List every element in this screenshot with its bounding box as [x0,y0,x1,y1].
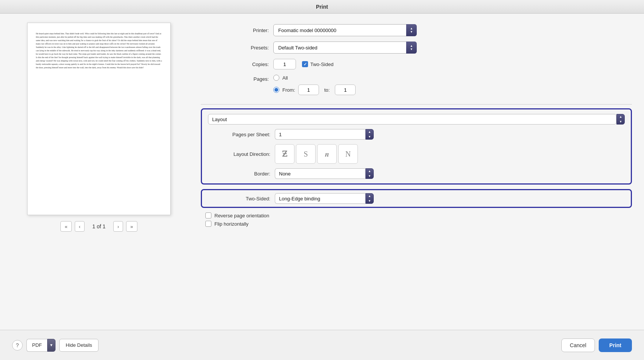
pages-row: Pages: All From: to: [201,75,632,95]
to-label: to: [324,87,330,93]
section-arrow-up[interactable] [617,114,624,119]
reverse-orientation-row: Reverse page orientation [201,212,632,218]
preview-nav: « ‹ 1 of 1 › » [60,221,137,232]
pdf-button[interactable]: PDF [26,339,47,352]
flip-horizontally-label: Flip horizontally [214,221,248,227]
copies-input[interactable] [273,59,296,69]
layout-section: Layout Pages per Sheet: [201,108,632,185]
copies-row: Copies: Two-Sided [201,59,632,69]
preview-text: He heard quiet steps behind him. That di… [36,32,162,69]
pps-arrow-down[interactable] [366,134,373,139]
pages-per-sheet-select[interactable]: 1 [275,129,365,140]
presets-dropdown[interactable]: Default Two-sided ▲ ▼ [273,42,417,54]
all-pages-radio[interactable] [273,75,279,81]
two-sided-select[interactable]: Long-Edge binding [275,193,365,204]
pdf-arrow-button[interactable]: ▼ [47,339,55,352]
preview-area: He heard quiet steps behind him. That di… [12,23,186,322]
presets-select[interactable]: Default Two-sided [273,42,417,54]
settings-area: Printer: Foomatic model 00000000 ▲ ▼ Pre… [201,23,632,322]
section-dropdown-arrows [616,114,625,125]
two-sided-dropdown[interactable]: Long-Edge binding [275,193,374,204]
printer-label: Printer: [201,28,269,33]
border-select[interactable]: None [275,168,365,179]
two-sided-arrow-down[interactable] [366,198,373,203]
pages-per-sheet-dropdown[interactable]: 1 [275,129,374,140]
hide-details-button[interactable]: Hide Details [59,339,99,352]
pages-options: All From: to: [273,75,356,95]
presets-row: Presets: Default Two-sided ▲ ▼ [201,42,632,54]
border-dropdown[interactable]: None [275,168,374,179]
two-sided-section: Two-Sided: Long-Edge binding [201,189,632,208]
printer-row: Printer: Foomatic model 00000000 ▲ ▼ [201,24,632,36]
layout-direction-row: Layout Direction: Ƶ S 𝒏 N [208,144,625,164]
from-pages-radio[interactable] [273,87,279,93]
footer-left: ? PDF ▼ Hide Details [12,339,99,352]
reverse-orientation-label: Reverse page orientation [214,213,269,218]
preview-page: He heard quiet steps behind him. That di… [27,23,171,215]
border-arrow-down[interactable] [366,174,373,178]
to-input[interactable] [335,85,356,95]
pps-arrow-up[interactable] [366,129,373,134]
reverse-orientation-checkbox[interactable] [205,212,211,218]
two-sided-checkbox[interactable] [302,61,308,67]
direction-z-right-down[interactable]: Ƶ [275,144,294,164]
print-button[interactable]: Print [599,338,632,352]
direction-n-right[interactable]: 𝒏 [317,144,337,164]
footer-right: Cancel Print [561,338,632,352]
dialog-body: He heard quiet steps behind him. That di… [0,14,644,360]
pages-per-sheet-row: Pages per Sheet: 1 [208,129,625,140]
printer-dropdown[interactable]: Foomatic model 00000000 ▲ ▼ [273,24,417,36]
pages-label: Pages: [201,76,269,82]
all-pages-label: All [282,75,288,81]
section-select[interactable]: Layout [208,114,616,125]
presets-label: Presets: [201,45,269,51]
pages-per-sheet-label: Pages per Sheet: [208,132,270,137]
copies-controls: Two-Sided [273,59,333,69]
section-dropdown-row: Layout [208,114,625,125]
two-sided-binding-row: Two-Sided: Long-Edge binding [208,193,625,204]
border-row: Border: None [208,168,625,179]
flip-horizontally-row: Flip horizontally [201,221,632,227]
copies-label: Copies: [201,62,269,67]
border-arrow-up[interactable] [366,169,373,174]
footer: ? PDF ▼ Hide Details Cancel Print [0,330,644,360]
from-pages-row: From: to: [273,85,356,95]
all-pages-row: All [273,75,356,81]
section-dropdown[interactable]: Layout [208,114,625,125]
dialog-title: Print [316,4,328,10]
direction-buttons: Ƶ S 𝒏 N [275,144,358,164]
two-sided-label: Two-Sided [302,61,333,67]
titlebar: Print [0,0,644,14]
from-label: From: [282,87,295,93]
two-sided-arrows [365,193,374,204]
border-label: Border: [208,171,270,177]
prev-page-button[interactable]: ‹ [75,221,85,232]
page-indicator: 1 of 1 [88,223,110,229]
from-input[interactable] [298,85,319,95]
section-arrow-down[interactable] [617,119,624,124]
direction-n-left[interactable]: N [338,144,358,164]
main-content: He heard quiet steps behind him. That di… [0,14,644,330]
two-sided-binding-label: Two-Sided: [208,196,270,202]
border-arrows [365,168,374,179]
cancel-button[interactable]: Cancel [561,338,595,352]
two-sided-text: Two-Sided [310,62,333,67]
help-button[interactable]: ? [12,340,23,351]
layout-sub-form: Pages per Sheet: 1 [208,129,625,179]
first-page-button[interactable]: « [60,221,71,232]
printer-select[interactable]: Foomatic model 00000000 [273,24,417,36]
flip-horizontally-checkbox[interactable] [205,221,211,227]
divider-1 [201,104,632,105]
pages-per-sheet-arrows [365,129,374,140]
next-page-button[interactable]: › [113,221,123,232]
two-sided-arrow-up[interactable] [366,194,373,198]
layout-direction-label: Layout Direction: [208,151,270,157]
pdf-dropdown: PDF ▼ [26,339,55,352]
direction-z-left-down[interactable]: S [296,144,316,164]
last-page-button[interactable]: » [126,221,137,232]
